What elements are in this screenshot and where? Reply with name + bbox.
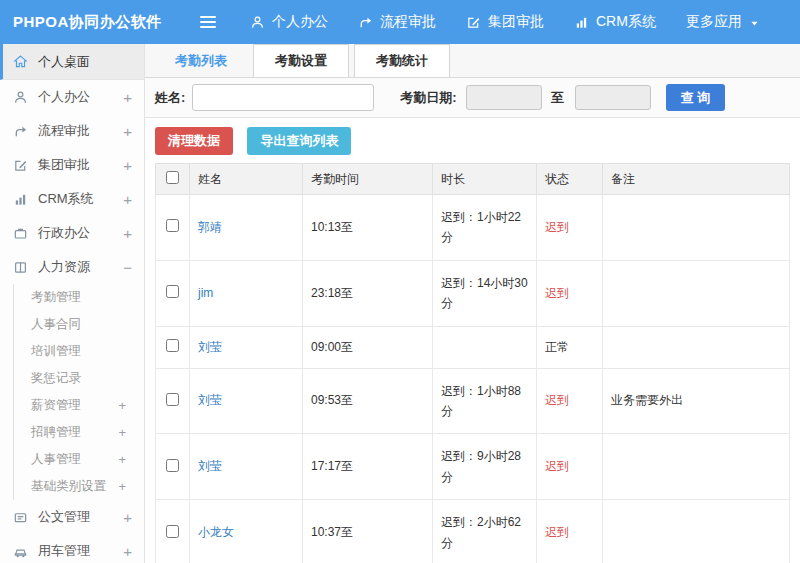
sidebar-item-label: 人力资源 — [38, 258, 90, 276]
employee-name-link[interactable]: jim — [198, 286, 213, 300]
sidebar-item-6[interactable]: 行政办公+ — [0, 216, 144, 250]
select-all-checkbox[interactable] — [166, 171, 179, 184]
briefcase-icon — [13, 226, 29, 241]
expand-toggle-icon[interactable]: + — [123, 509, 132, 526]
status-cell: 迟到 — [537, 434, 603, 500]
sidebar-item-label: CRM系统 — [38, 190, 94, 208]
note-cell — [603, 326, 790, 368]
employee-name-link[interactable]: 刘莹 — [198, 340, 222, 354]
attendance-time-cell: 09:00至 — [303, 326, 433, 368]
employee-name-link[interactable]: 刘莹 — [198, 393, 222, 407]
sidebar-item-1[interactable]: 个人桌面 — [0, 44, 144, 80]
expand-toggle-icon[interactable]: + — [123, 123, 132, 140]
note-cell — [603, 195, 790, 261]
sidebar-subitem-label: 培训管理 — [31, 343, 81, 360]
app-logo[interactable]: PHPOA协同办公软件 — [0, 13, 188, 32]
top-menu-item-3[interactable]: 集团审批 — [466, 13, 544, 31]
column-header-2: 考勤时间 — [303, 164, 433, 195]
column-header-5: 备注 — [603, 164, 790, 195]
top-menu-item-2[interactable]: 流程审批 — [358, 13, 436, 31]
employee-name-link[interactable]: 郭靖 — [198, 220, 222, 234]
sidebar-subitem-2[interactable]: 人事合同 — [14, 311, 144, 338]
table-body: 郭靖10:13至迟到：1小时22分迟到jim23:18至迟到：14小时30分迟到… — [156, 195, 790, 563]
expand-toggle-icon[interactable]: + — [118, 425, 126, 440]
date-end-input[interactable] — [575, 85, 651, 110]
tab-2[interactable]: 考勤设置 — [253, 44, 349, 77]
top-menu-label: 更多应用 — [686, 13, 742, 31]
main-layout: 个人桌面个人办公+流程审批+集团审批+CRM系统+行政办公+人力资源−考勤管理人… — [0, 44, 800, 563]
row-checkbox[interactable] — [166, 339, 179, 352]
date-start-input[interactable] — [466, 85, 542, 110]
tab-1[interactable]: 考勤列表 — [154, 44, 248, 77]
name-filter-input[interactable] — [192, 84, 374, 111]
user-icon — [13, 90, 29, 105]
caret-down-icon — [749, 18, 760, 29]
sidebar-subitem-label: 招聘管理 — [31, 424, 81, 441]
sidebar-item-8[interactable]: 公文管理+ — [0, 500, 144, 534]
note-cell — [603, 434, 790, 500]
expand-toggle-icon[interactable]: + — [118, 398, 126, 413]
edit-icon — [13, 158, 29, 173]
expand-toggle-icon[interactable]: + — [123, 89, 132, 106]
expand-toggle-icon[interactable]: + — [123, 191, 132, 208]
row-checkbox[interactable] — [166, 525, 179, 538]
top-menu-item-5[interactable]: 更多应用 — [686, 13, 760, 31]
sidebar-item-3[interactable]: 流程审批+ — [0, 114, 144, 148]
clean-data-button[interactable]: 清理数据 — [155, 127, 233, 155]
top-menu-item-1[interactable]: 个人办公 — [250, 13, 328, 31]
table-row: 刘莹09:53至迟到：1小时88分迟到业务需要外出 — [156, 368, 790, 434]
duration-cell — [433, 326, 537, 368]
book-icon — [13, 260, 29, 275]
sidebar-subitem-5[interactable]: 薪资管理+ — [14, 392, 144, 419]
sidebar-subitem-1[interactable]: 考勤管理 — [14, 284, 144, 311]
sidebar-subitem-label: 奖惩记录 — [31, 370, 81, 387]
sidebar-subitem-4[interactable]: 奖惩记录 — [14, 365, 144, 392]
sidebar-subitem-8[interactable]: 基础类别设置+ — [14, 473, 144, 500]
row-checkbox[interactable] — [166, 459, 179, 472]
sidebar-subitem-label: 基础类别设置 — [31, 478, 106, 495]
menu-toggle-icon[interactable] — [200, 13, 220, 31]
column-header-3: 时长 — [433, 164, 537, 195]
duration-cell: 迟到：1小时22分 — [433, 195, 537, 261]
expand-toggle-icon[interactable]: + — [123, 157, 132, 174]
date-to-label: 至 — [551, 89, 564, 107]
home-icon — [13, 54, 29, 69]
sidebar-item-4[interactable]: 集团审批+ — [0, 148, 144, 182]
row-checkbox[interactable] — [166, 219, 179, 232]
tab-3[interactable]: 考勤统计 — [354, 44, 450, 77]
attendance-time-cell: 17:17至 — [303, 434, 433, 500]
sidebar-subitem-7[interactable]: 人事管理+ — [14, 446, 144, 473]
sidebar-item-5[interactable]: CRM系统+ — [0, 182, 144, 216]
workflow-icon — [13, 124, 29, 139]
toolbar: 清理数据 导出查询列表 — [145, 118, 800, 163]
chart-icon — [574, 15, 589, 30]
expand-toggle-icon[interactable]: + — [123, 543, 132, 560]
employee-name-link[interactable]: 小龙女 — [198, 525, 234, 539]
row-checkbox[interactable] — [166, 393, 179, 406]
sidebar-item-9[interactable]: 用车管理+ — [0, 534, 144, 563]
expand-toggle-icon[interactable]: − — [123, 259, 132, 276]
date-filter-label: 考勤日期: — [400, 89, 456, 107]
sidebar-item-2[interactable]: 个人办公+ — [0, 80, 144, 114]
duration-cell: 迟到：14小时30分 — [433, 260, 537, 326]
expand-toggle-icon[interactable]: + — [118, 479, 126, 494]
top-navbar: PHPOA协同办公软件 个人办公流程审批集团审批CRM系统更多应用 — [0, 0, 800, 44]
employee-name-link[interactable]: 刘莹 — [198, 459, 222, 473]
sidebar-item-label: 个人办公 — [38, 88, 90, 106]
attendance-table: 姓名考勤时间时长状态备注 郭靖10:13至迟到：1小时22分迟到jim23:18… — [155, 163, 790, 563]
main-content: 考勤列表考勤设置考勤统计 姓名: 考勤日期: 至 查 询 清理数据 导出查询列表 — [145, 44, 800, 563]
attendance-time-cell: 23:18至 — [303, 260, 433, 326]
status-cell: 迟到 — [537, 260, 603, 326]
sidebar-subitem-3[interactable]: 培训管理 — [14, 338, 144, 365]
sidebar-item-7[interactable]: 人力资源− — [0, 250, 144, 284]
sidebar-subitem-6[interactable]: 招聘管理+ — [14, 419, 144, 446]
user-icon — [250, 15, 265, 30]
sidebar: 个人桌面个人办公+流程审批+集团审批+CRM系统+行政办公+人力资源−考勤管理人… — [0, 44, 145, 563]
note-cell — [603, 500, 790, 563]
expand-toggle-icon[interactable]: + — [118, 452, 126, 467]
search-button[interactable]: 查 询 — [666, 84, 726, 111]
row-checkbox[interactable] — [166, 285, 179, 298]
top-menu-item-4[interactable]: CRM系统 — [574, 13, 656, 31]
export-list-button[interactable]: 导出查询列表 — [247, 127, 351, 155]
expand-toggle-icon[interactable]: + — [123, 225, 132, 242]
